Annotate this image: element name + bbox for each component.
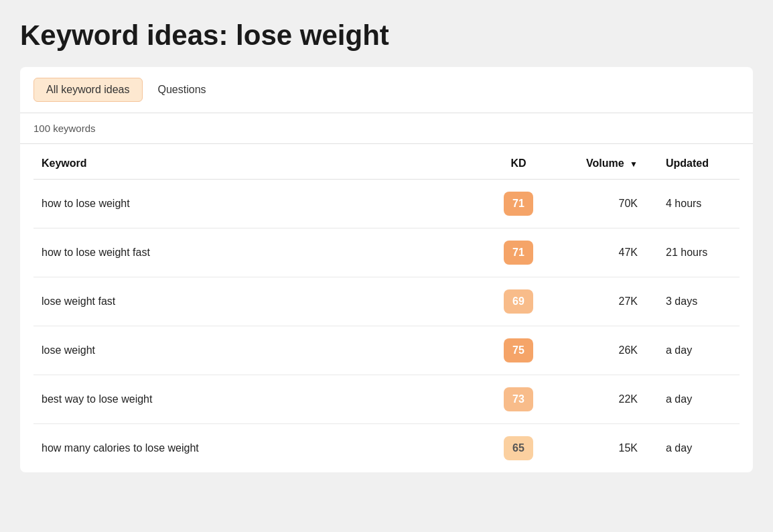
cell-updated: a day (646, 424, 740, 473)
kd-badge: 75 (504, 338, 533, 362)
cell-volume: 47K (552, 228, 646, 277)
table-row: how to lose weight 71 70K 4 hours (33, 180, 740, 228)
cell-updated: a day (646, 326, 740, 375)
cell-updated: 3 days (646, 277, 740, 326)
kd-badge: 69 (504, 289, 533, 314)
tab-all-keywords[interactable]: All keyword ideas (33, 78, 143, 102)
col-header-updated: Updated (646, 144, 740, 180)
cell-kd: 69 (485, 277, 552, 326)
col-header-kd: KD (485, 144, 552, 180)
table-row: how many calories to lose weight 65 15K … (33, 424, 740, 473)
cell-kd: 65 (485, 424, 552, 473)
table-row: lose weight fast 69 27K 3 days (33, 277, 740, 326)
cell-keyword: lose weight fast (33, 277, 485, 326)
volume-sort-arrow: ▼ (630, 159, 638, 169)
kd-badge: 65 (504, 436, 533, 460)
tabs-bar: All keyword ideas Questions (20, 67, 753, 113)
cell-kd: 71 (485, 228, 552, 277)
table-row: best way to lose weight 73 22K a day (33, 375, 740, 424)
kd-badge: 71 (504, 192, 533, 216)
tab-all-keywords-label: All keyword ideas (46, 84, 130, 95)
cell-volume: 70K (552, 180, 646, 228)
keywords-table: Keyword KD Volume ▼ Updated (33, 144, 740, 472)
table-row: how to lose weight fast 71 47K 21 hours (33, 228, 740, 277)
cell-keyword: best way to lose weight (33, 375, 485, 424)
cell-keyword: how to lose weight fast (33, 228, 485, 277)
cell-volume: 15K (552, 424, 646, 473)
page-container: Keyword ideas: lose weight All keyword i… (0, 0, 773, 492)
keywords-count-bar: 100 keywords (20, 113, 753, 144)
cell-keyword: how many calories to lose weight (33, 424, 485, 473)
cell-updated: 21 hours (646, 228, 740, 277)
cell-kd: 73 (485, 375, 552, 424)
page-title: Keyword ideas: lose weight (20, 20, 753, 51)
tab-questions-label: Questions (158, 84, 206, 95)
tab-questions[interactable]: Questions (145, 78, 219, 102)
cell-updated: a day (646, 375, 740, 424)
table-header-row: Keyword KD Volume ▼ Updated (33, 144, 740, 180)
table-row: lose weight 75 26K a day (33, 326, 740, 375)
col-header-volume[interactable]: Volume ▼ (552, 144, 646, 180)
cell-volume: 26K (552, 326, 646, 375)
cell-kd: 75 (485, 326, 552, 375)
cell-volume: 22K (552, 375, 646, 424)
cell-volume: 27K (552, 277, 646, 326)
keywords-count: 100 keywords (33, 123, 96, 134)
content-area: All keyword ideas Questions 100 keywords… (20, 67, 753, 472)
cell-updated: 4 hours (646, 180, 740, 228)
cell-kd: 71 (485, 180, 552, 228)
table-container: Keyword KD Volume ▼ Updated (20, 144, 753, 472)
cell-keyword: how to lose weight (33, 180, 485, 228)
cell-keyword: lose weight (33, 326, 485, 375)
kd-badge: 71 (504, 241, 533, 265)
col-header-keyword: Keyword (33, 144, 485, 180)
kd-badge: 73 (504, 387, 533, 411)
